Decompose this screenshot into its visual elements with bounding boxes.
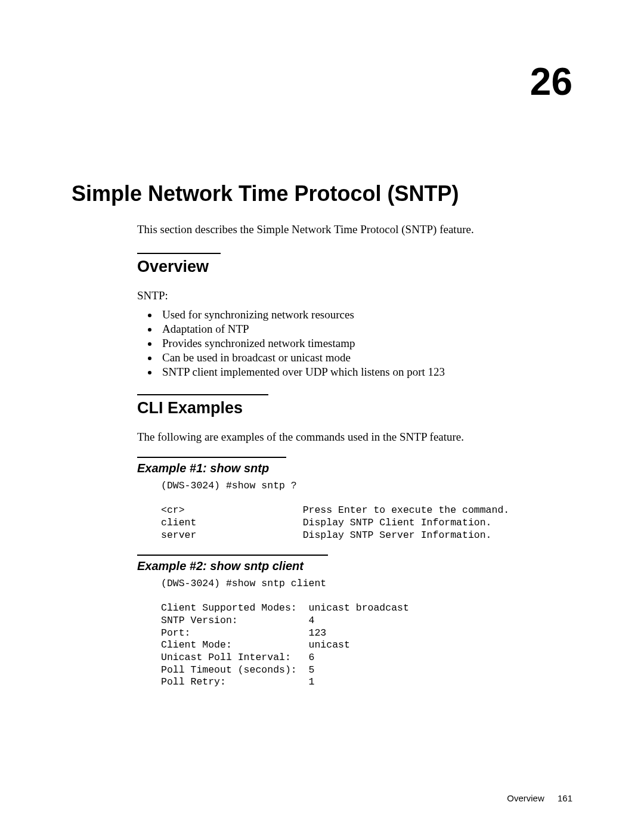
chapter-number: 26 — [72, 60, 572, 104]
chapter-title: Simple Network Time Protocol (SNTP) — [72, 181, 572, 206]
page: 26 Simple Network Time Protocol (SNTP) T… — [0, 0, 644, 833]
cli-intro: The following are examples of the comman… — [137, 431, 572, 444]
overview-heading: Overview — [137, 258, 572, 276]
section-rule-cli — [137, 394, 268, 395]
cli-heading: CLI Examples — [137, 399, 572, 417]
example1-rule — [137, 457, 286, 458]
footer: Overview 161 — [507, 793, 572, 803]
section-rule-overview — [137, 253, 221, 254]
example2-rule — [137, 555, 328, 556]
example1-heading: Example #1: show sntp — [137, 462, 572, 475]
overview-subhead: SNTP: — [137, 289, 572, 302]
overview-bullet-list: Used for synchronizing network resources… — [137, 308, 572, 379]
chapter-intro: This section describes the Simple Networ… — [137, 223, 572, 236]
bullet-item: Can be used in broadcast or unicast mode — [159, 351, 572, 364]
footer-page-number: 161 — [558, 793, 572, 803]
footer-label: Overview — [507, 793, 544, 803]
bullet-item: Adaptation of NTP — [159, 323, 572, 336]
example2-code: (DWS-3024) #show sntp client Client Supp… — [161, 578, 572, 689]
bullet-item: Used for synchronizing network resources — [159, 308, 572, 321]
example2-heading: Example #2: show sntp client — [137, 559, 572, 573]
bullet-item: Provides synchronized network timestamp — [159, 337, 572, 350]
example1-code: (DWS-3024) #show sntp ? <cr> Press Enter… — [161, 480, 572, 541]
bullet-item: SNTP client implemented over UDP which l… — [159, 366, 572, 379]
